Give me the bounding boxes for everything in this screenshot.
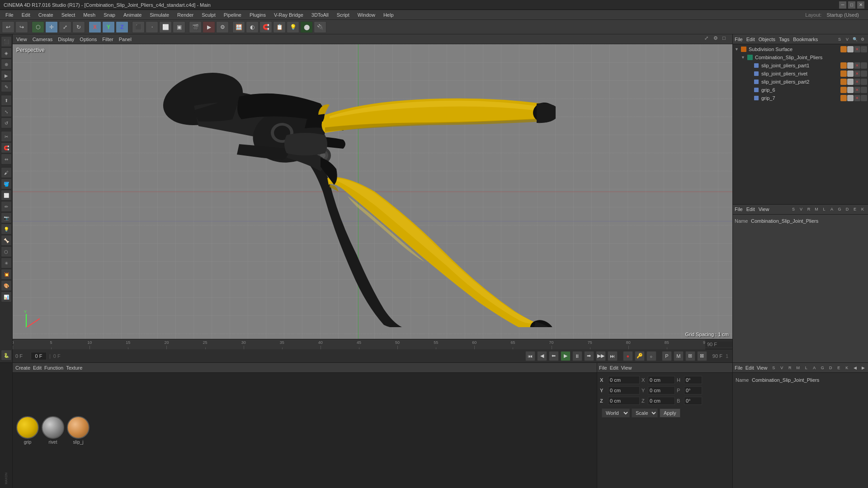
obj-part2[interactable]: ▸ slip_joint_pliers_part2 ✕: [733, 78, 868, 86]
texture-mode-button[interactable]: ◈: [1, 47, 12, 58]
ab-view[interactable]: View: [757, 365, 768, 371]
ab-file[interactable]: File: [735, 365, 743, 371]
record-button[interactable]: ●: [623, 351, 633, 361]
render-settings-button[interactable]: ⚙: [216, 21, 229, 33]
attr-icon-D[interactable]: D: [844, 206, 851, 213]
obj-combination-pliers[interactable]: ▼ Combination_Slip_Joint_Pliers: [733, 53, 868, 61]
obj-rivet[interactable]: ▸ slip_joint_pliers_rivet ✕: [733, 70, 868, 78]
attr-icon-V[interactable]: V: [797, 206, 805, 213]
obj-subd-surface[interactable]: ▼ Subdivision Surface ✕ ·: [733, 45, 868, 53]
ce-edit[interactable]: Edit: [610, 365, 618, 371]
coord-y-size-input[interactable]: [648, 386, 675, 394]
me-create[interactable]: Create: [15, 365, 30, 371]
coord-x-pos-input[interactable]: [608, 376, 640, 384]
minimize-button[interactable]: ─: [839, 1, 846, 9]
attr-icon-L[interactable]: L: [821, 206, 828, 213]
abi-1[interactable]: S: [770, 364, 777, 371]
bucket-icon[interactable]: 🪣: [1, 178, 12, 189]
om-edit[interactable]: Edit: [746, 37, 755, 42]
python-icon[interactable]: 🐍: [1, 350, 12, 361]
vt-cameras[interactable]: Cameras: [31, 37, 55, 42]
menu-pipeline[interactable]: Pipeline: [220, 11, 245, 19]
attr-icon-R[interactable]: R: [805, 206, 812, 213]
obj-part1[interactable]: ▸ slip_joint_pliers_part1 ✕: [733, 61, 868, 70]
coord-h-input[interactable]: [684, 376, 702, 384]
menu-animate[interactable]: Animate: [120, 11, 145, 19]
go-end-button[interactable]: ⏭: [608, 351, 618, 361]
close-button[interactable]: ✕: [857, 1, 864, 9]
move-icon[interactable]: ⬆: [1, 95, 12, 106]
vp-config-icon[interactable]: ⚙: [713, 35, 722, 43]
prev-key-button[interactable]: ⬅: [549, 351, 559, 361]
render-view-button[interactable]: 🎬: [189, 21, 202, 33]
maximize-button[interactable]: □: [848, 1, 855, 9]
coord-p-input[interactable]: [684, 386, 702, 394]
coord-z-pos-input[interactable]: [608, 397, 640, 405]
object-snap-button[interactable]: ⬛: [132, 21, 145, 33]
abi-3[interactable]: R: [786, 364, 793, 371]
mat-swatch-slip[interactable]: [67, 416, 90, 439]
am-view[interactable]: View: [759, 206, 769, 212]
dynamics-icon[interactable]: 💥: [1, 269, 12, 280]
obj-grip7[interactable]: ▸ grip_7 ✕: [733, 94, 868, 102]
snap-button[interactable]: 🧲: [259, 21, 272, 33]
axis-mode-button[interactable]: ⊕: [1, 59, 12, 70]
menu-create[interactable]: Create: [35, 11, 57, 19]
live-select-button[interactable]: ⬡: [32, 21, 44, 33]
abi-arr1[interactable]: ◀: [851, 364, 859, 371]
abi-10[interactable]: K: [843, 364, 850, 371]
particle-icon[interactable]: ✳: [1, 258, 12, 268]
attr-icon-S[interactable]: S: [790, 206, 797, 213]
menu-file[interactable]: File: [2, 11, 17, 19]
eraser-icon[interactable]: ⬜: [1, 190, 12, 201]
material-button[interactable]: ⬤: [300, 21, 313, 33]
prev-frame-button[interactable]: ◀: [537, 351, 547, 361]
camera-icon[interactable]: 📷: [1, 212, 12, 223]
abi-arr2[interactable]: ▶: [859, 364, 867, 371]
vt-filter[interactable]: Filter: [100, 37, 115, 42]
attr-icon-G[interactable]: G: [836, 206, 843, 213]
menu-help[interactable]: Help: [380, 11, 397, 19]
viewport-config-button[interactable]: 🪟: [232, 21, 245, 33]
menu-render[interactable]: Render: [174, 11, 197, 19]
menu-window[interactable]: Window: [354, 11, 379, 19]
ik-icon[interactable]: 🦴: [1, 235, 12, 246]
menu-sculpt[interactable]: Sculpt: [198, 11, 219, 19]
abi-8[interactable]: D: [827, 364, 834, 371]
vp-maximize-icon[interactable]: ⤢: [704, 35, 712, 43]
next-key-button[interactable]: ➡: [584, 351, 594, 361]
menu-vray[interactable]: V-Ray Bridge: [270, 11, 307, 19]
scale-tool-button[interactable]: ⤢: [59, 21, 71, 33]
animate-mode-button[interactable]: ▶: [1, 70, 12, 81]
poly-mode-button[interactable]: ▣: [173, 21, 185, 33]
ce-file[interactable]: File: [599, 365, 607, 371]
obj-grip6[interactable]: ▸ grip_6 ✕: [733, 86, 868, 94]
points-mode-button[interactable]: ⬝: [146, 21, 158, 33]
objmgr-settings-icon[interactable]: ⚙: [859, 36, 866, 43]
object-mode-button[interactable]: ⬛: [1, 36, 12, 47]
menu-snap[interactable]: Snap: [100, 11, 119, 19]
knife-icon[interactable]: ✂: [1, 131, 12, 142]
coord-b-input[interactable]: [684, 397, 702, 405]
xpresso-icon[interactable]: 📊: [1, 291, 12, 302]
me-edit[interactable]: Edit: [33, 365, 42, 371]
auto-key-button[interactable]: 🔑: [635, 351, 645, 361]
edges-mode-button[interactable]: ⬜: [159, 21, 172, 33]
light-button[interactable]: 💡: [287, 21, 299, 33]
coord-y-pos-input[interactable]: [608, 386, 640, 394]
sculpt-mode-button[interactable]: ✎: [1, 81, 12, 92]
objmgr-icon1[interactable]: S: [836, 36, 843, 43]
display-button[interactable]: ◐: [246, 21, 259, 33]
attr-icon-K[interactable]: K: [859, 206, 866, 213]
me-texture[interactable]: Texture: [66, 365, 82, 371]
vt-display[interactable]: Display: [56, 37, 76, 42]
magnet-icon[interactable]: 🧲: [1, 142, 12, 153]
menu-3dtoall[interactable]: 3DToAll: [308, 11, 332, 19]
objmgr-search-icon[interactable]: 🔍: [851, 36, 859, 43]
vp-render-region-icon[interactable]: □: [722, 35, 731, 43]
redo-button[interactable]: ↪: [15, 21, 28, 33]
coord-z-size-input[interactable]: [648, 397, 675, 405]
z-axis-button[interactable]: Z: [116, 21, 128, 33]
timeline-grid-button[interactable]: ⊞: [685, 351, 695, 361]
light-left-icon[interactable]: 💡: [1, 224, 12, 235]
